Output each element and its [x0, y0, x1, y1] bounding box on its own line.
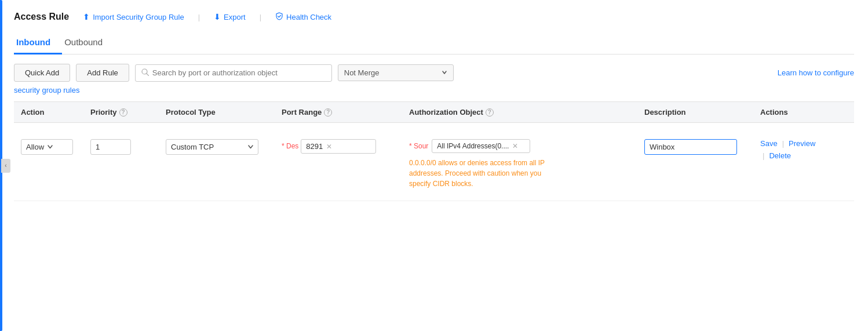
col-header-priority: Priority ?: [90, 108, 166, 117]
col-header-actions: Actions: [760, 108, 847, 117]
col-header-desc: Description: [644, 108, 760, 117]
tab-outbound[interactable]: Outbound: [62, 32, 114, 54]
description-input[interactable]: [644, 139, 737, 155]
preview-link[interactable]: Preview: [789, 139, 815, 148]
security-group-rules-link[interactable]: security group rules: [14, 86, 79, 94]
tab-inbound[interactable]: Inbound: [14, 32, 62, 54]
table: Action Priority ? Protocol Type Port Ran…: [14, 101, 854, 201]
toolbar: Quick Add Add Rule Not Merge Learn how t…: [14, 64, 854, 82]
export-link[interactable]: ⬇ Export: [214, 12, 246, 21]
export-icon: ⬇: [214, 12, 221, 21]
quick-add-button[interactable]: Quick Add: [14, 64, 70, 82]
import-security-group-rule-link[interactable]: ⬆ Import Security Group Rule: [83, 12, 184, 21]
col-header-action: Action: [21, 108, 90, 117]
search-box[interactable]: [135, 64, 332, 82]
save-link[interactable]: Save: [760, 139, 778, 148]
shield-icon: [275, 12, 283, 22]
action-dropdown[interactable]: Allow: [21, 139, 73, 155]
page-title: Access Rule: [14, 12, 69, 22]
tabs: Inbound Outbound: [14, 32, 854, 54]
merge-dropdown[interactable]: Not Merge: [338, 64, 454, 81]
description-cell: [644, 139, 760, 155]
protocol-cell: Custom TCP: [166, 139, 282, 155]
chevron-down-icon: [248, 143, 253, 151]
priority-help-icon[interactable]: ?: [119, 108, 127, 117]
add-rule-button[interactable]: Add Rule: [76, 64, 129, 82]
chevron-down-icon: [48, 143, 53, 151]
delete-link[interactable]: Delete: [769, 151, 791, 160]
port-tag: 8291 ✕: [301, 139, 376, 154]
port-tag-close-icon[interactable]: ✕: [326, 143, 332, 151]
svg-line-1: [147, 74, 149, 76]
chevron-down-icon: [442, 68, 447, 77]
auth-tag-close-icon[interactable]: ✕: [512, 142, 518, 150]
port-label: * Des: [282, 142, 298, 150]
search-icon: [141, 68, 149, 78]
protocol-dropdown[interactable]: Custom TCP: [166, 139, 258, 155]
auth-object-cell: * Sour All IPv4 Addresses(0.... ✕ 0.0.0.…: [409, 139, 644, 189]
action-cell: Allow: [21, 139, 90, 155]
auth-label: * Sour: [409, 142, 428, 150]
row-actions-cell: Save | Preview | Delete: [760, 139, 847, 160]
col-header-protocol: Protocol Type: [166, 108, 282, 117]
import-icon: ⬆: [83, 12, 90, 21]
table-row: Allow Custom TCP: [14, 123, 854, 201]
learn-configure-link[interactable]: Learn how to configure: [778, 68, 854, 77]
col-header-auth: Authorization Object ?: [409, 108, 644, 117]
auth-warning-text: 0.0.0.0/0 allows or denies access from a…: [409, 158, 548, 189]
table-header: Action Priority ? Protocol Type Port Ran…: [14, 101, 854, 123]
priority-cell: [90, 139, 166, 155]
auth-help-icon[interactable]: ?: [486, 108, 494, 117]
port-range-cell: * Des 8291 ✕: [282, 139, 409, 154]
priority-input[interactable]: [90, 139, 131, 155]
col-header-port: Port Range ?: [282, 108, 409, 117]
port-help-icon[interactable]: ?: [324, 108, 332, 117]
auth-tag-box: All IPv4 Addresses(0.... ✕: [432, 139, 530, 153]
search-input[interactable]: [152, 68, 326, 77]
collapse-handle[interactable]: ‹: [1, 159, 10, 173]
header: Access Rule ⬆ Import Security Group Rule…: [14, 12, 854, 22]
health-check-link[interactable]: Health Check: [275, 12, 331, 22]
